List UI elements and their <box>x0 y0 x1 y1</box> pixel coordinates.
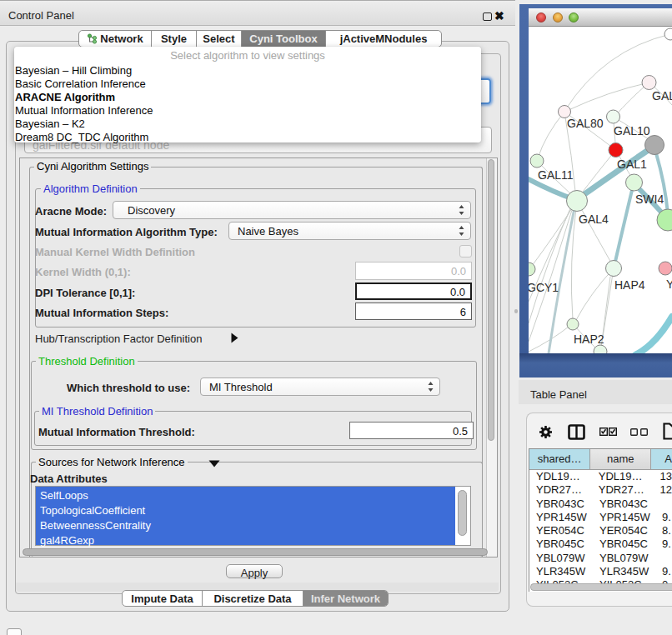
svg-text:GAL11: GAL11 <box>538 168 574 182</box>
svg-text:GCY1: GCY1 <box>529 281 559 294</box>
svg-text:HAP2: HAP2 <box>574 332 604 346</box>
svg-text:SWI4: SWI4 <box>635 192 664 206</box>
svg-text:HAP4: HAP4 <box>614 278 645 292</box>
svg-text:GAL4: GAL4 <box>579 212 609 226</box>
svg-text:GAL80: GAL80 <box>567 117 604 130</box>
svg-text:GAL10: GAL10 <box>614 124 650 138</box>
svg-text:GAL1: GAL1 <box>617 158 647 171</box>
svg-text:Y: Y <box>666 278 672 291</box>
svg-text:GAL7: GAL7 <box>652 89 672 102</box>
